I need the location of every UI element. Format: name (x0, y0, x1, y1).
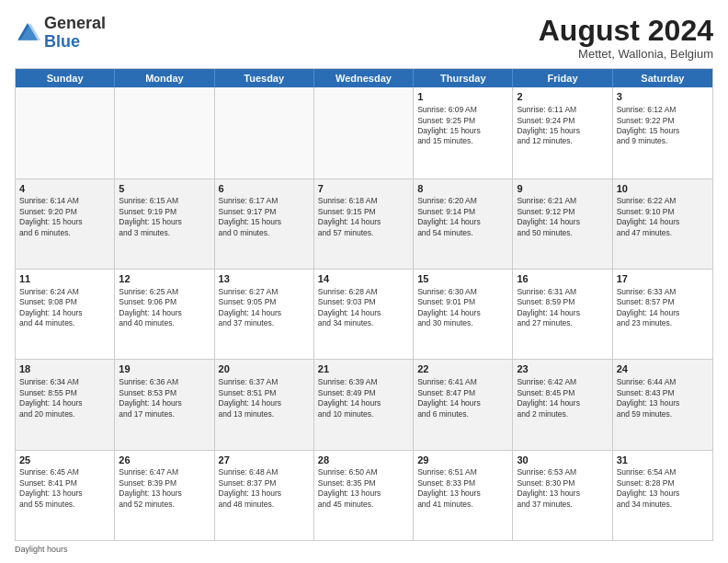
table-row: 17Sunrise: 6:33 AMSunset: 8:57 PMDayligh… (613, 270, 712, 359)
table-row: 8Sunrise: 6:20 AMSunset: 9:14 PMDaylight… (414, 179, 513, 269)
cell-info-line: and 52 minutes. (119, 500, 210, 510)
cell-info-line: Sunset: 8:57 PM (617, 297, 709, 307)
cell-info-line: Sunset: 9:12 PM (517, 207, 608, 217)
logo-text: General Blue (44, 15, 106, 52)
table-row: 13Sunrise: 6:27 AMSunset: 9:05 PMDayligh… (215, 270, 314, 359)
cell-info-line: Daylight: 14 hours (417, 308, 508, 318)
day-number: 28 (318, 454, 409, 467)
cell-info-line: and 27 minutes. (517, 318, 608, 328)
cell-info-line: Sunrise: 6:48 AM (219, 467, 310, 477)
cell-info-line: Sunrise: 6:11 AM (517, 105, 608, 115)
cell-info-line: Daylight: 15 hours (219, 217, 310, 227)
cell-info-line: Sunrise: 6:20 AM (417, 196, 508, 206)
cell-info-line: Daylight: 13 hours (219, 488, 310, 499)
subtitle: Mettet, Wallonia, Belgium (539, 47, 713, 61)
cell-info-line: and 40 minutes. (119, 318, 210, 328)
cell-info-line: Sunrise: 6:45 AM (19, 467, 110, 477)
table-row: 27Sunrise: 6:48 AMSunset: 8:37 PMDayligh… (215, 451, 314, 540)
cell-info-line: Sunrise: 6:41 AM (417, 377, 508, 387)
cell-info-line: Sunrise: 6:42 AM (517, 377, 608, 387)
cell-info-line: Sunset: 8:39 PM (119, 478, 210, 488)
table-row: 28Sunrise: 6:50 AMSunset: 8:35 PMDayligh… (314, 451, 414, 540)
table-row (215, 87, 314, 178)
cell-info-line: and 47 minutes. (617, 228, 709, 238)
table-row: 7Sunrise: 6:18 AMSunset: 9:15 PMDaylight… (314, 179, 414, 269)
cell-info-line: and 0 minutes. (219, 228, 310, 238)
table-row: 2Sunrise: 6:11 AMSunset: 9:24 PMDaylight… (513, 87, 612, 178)
cell-info-line: Sunrise: 6:44 AM (617, 377, 709, 387)
cell-info-line: and 34 minutes. (617, 500, 709, 510)
table-row (115, 87, 214, 178)
day-number: 13 (219, 272, 310, 286)
cell-info-line: Daylight: 13 hours (617, 398, 709, 408)
cell-info-line: Sunrise: 6:12 AM (617, 105, 709, 115)
logo-icon (15, 20, 40, 46)
cell-info-line: Daylight: 14 hours (517, 398, 608, 408)
day-number: 8 (417, 182, 508, 196)
day-number: 2 (517, 90, 608, 104)
cell-info-line: Sunset: 8:51 PM (219, 388, 310, 398)
header-day-wednesday: Wednesday (314, 69, 414, 87)
cell-info-line: Sunrise: 6:22 AM (617, 196, 709, 206)
table-row: 3Sunrise: 6:12 AMSunset: 9:22 PMDaylight… (613, 87, 712, 178)
cell-info-line: Daylight: 14 hours (517, 217, 608, 227)
table-row: 24Sunrise: 6:44 AMSunset: 8:43 PMDayligh… (613, 360, 712, 449)
cell-info-line: Sunset: 9:15 PM (318, 207, 409, 217)
calendar: SundayMondayTuesdayWednesdayThursdayFrid… (15, 68, 713, 541)
day-number: 9 (517, 182, 608, 196)
cell-info-line: and 20 minutes. (19, 409, 110, 419)
cell-info-line: Sunrise: 6:17 AM (219, 196, 310, 206)
day-number: 25 (19, 454, 110, 467)
table-row: 1Sunrise: 6:09 AMSunset: 9:25 PMDaylight… (414, 87, 513, 178)
cell-info-line: Daylight: 14 hours (417, 398, 508, 408)
cell-info-line: Sunset: 9:25 PM (417, 116, 508, 126)
cell-info-line: and 45 minutes. (318, 500, 409, 510)
day-number: 12 (119, 272, 210, 286)
cell-info-line: Sunset: 8:49 PM (318, 388, 409, 398)
cell-info-line: Sunrise: 6:28 AM (318, 287, 409, 297)
cell-info-line: Sunset: 9:10 PM (617, 207, 709, 217)
cell-info-line: and 37 minutes. (517, 500, 608, 510)
cell-info-line: and 9 minutes. (617, 136, 709, 146)
table-row: 9Sunrise: 6:21 AMSunset: 9:12 PMDaylight… (513, 179, 612, 269)
cell-info-line: and 3 minutes. (119, 228, 210, 238)
calendar-row-0: 1Sunrise: 6:09 AMSunset: 9:25 PMDaylight… (16, 87, 712, 178)
cell-info-line: and 23 minutes. (617, 318, 709, 328)
cell-info-line: and 2 minutes. (517, 409, 608, 419)
cell-info-line: Sunrise: 6:21 AM (517, 196, 608, 206)
day-number: 29 (417, 454, 508, 467)
cell-info-line: and 13 minutes. (219, 409, 310, 419)
cell-info-line: Sunset: 8:43 PM (617, 388, 709, 398)
cell-info-line: Sunrise: 6:09 AM (417, 105, 508, 115)
cell-info-line: and 48 minutes. (219, 500, 310, 510)
cell-info-line: Sunrise: 6:24 AM (19, 287, 110, 297)
day-number: 19 (119, 362, 210, 376)
table-row: 20Sunrise: 6:37 AMSunset: 8:51 PMDayligh… (215, 360, 314, 449)
cell-info-line: and 34 minutes. (318, 318, 409, 328)
cell-info-line: Sunset: 8:45 PM (517, 388, 608, 398)
table-row: 26Sunrise: 6:47 AMSunset: 8:39 PMDayligh… (115, 451, 214, 540)
cell-info-line: Sunrise: 6:34 AM (19, 377, 110, 387)
day-number: 11 (19, 272, 110, 286)
cell-info-line: Sunset: 8:28 PM (617, 478, 709, 488)
cell-info-line: Daylight: 14 hours (219, 308, 310, 318)
day-number: 26 (119, 454, 210, 467)
table-row: 25Sunrise: 6:45 AMSunset: 8:41 PMDayligh… (16, 451, 115, 540)
cell-info-line: Sunset: 9:17 PM (219, 207, 310, 217)
header-day-thursday: Thursday (414, 69, 513, 87)
main-title: August 2024 (539, 15, 713, 47)
cell-info-line: Daylight: 14 hours (318, 398, 409, 408)
table-row: 4Sunrise: 6:14 AMSunset: 9:20 PMDaylight… (16, 179, 115, 269)
day-number: 20 (219, 362, 310, 376)
cell-info-line: Daylight: 15 hours (617, 126, 709, 136)
cell-info-line: Daylight: 14 hours (517, 308, 608, 318)
cell-info-line: and 55 minutes. (19, 500, 110, 510)
table-row (16, 87, 115, 178)
cell-info-line: Sunrise: 6:27 AM (219, 287, 310, 297)
cell-info-line: and 15 minutes. (417, 136, 508, 146)
day-number: 3 (617, 90, 709, 104)
cell-info-line: Sunset: 9:14 PM (417, 207, 508, 217)
cell-info-line: Sunset: 9:08 PM (19, 297, 110, 307)
header-day-friday: Friday (513, 69, 612, 87)
day-number: 30 (517, 454, 608, 467)
